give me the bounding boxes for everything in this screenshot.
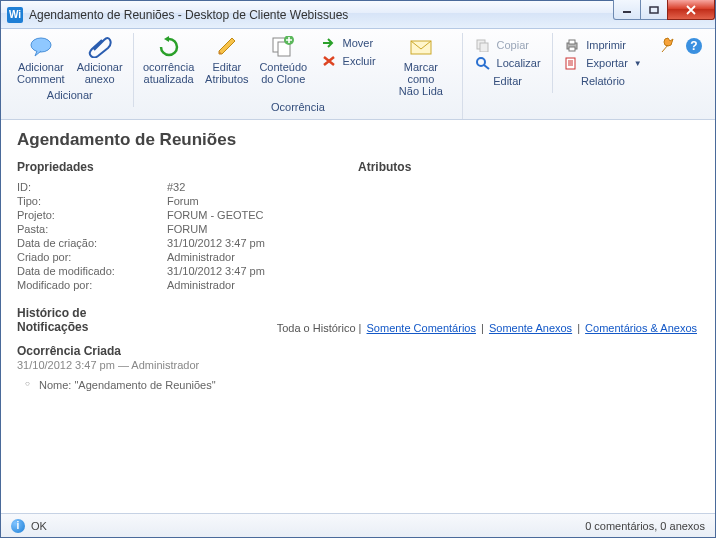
group-label-editar: Editar (467, 73, 548, 91)
attributes-heading: Atributos (358, 160, 699, 174)
print-label: Imprimir (586, 39, 626, 51)
refresh-label-1: ocorrência (143, 61, 194, 73)
svg-rect-1 (650, 7, 658, 13)
printer-icon (564, 38, 580, 52)
toolbar-group-editar: Copiar Localizar Editar (463, 33, 553, 93)
delete-button[interactable]: Excluir (317, 53, 380, 69)
history-event: Ocorrência Criada 31/10/2012 3:47 pm — A… (17, 344, 699, 391)
refresh-icon (157, 35, 181, 59)
move-label: Mover (343, 37, 374, 49)
dropdown-icon: ▼ (634, 59, 642, 68)
add-attachment-label-1: Adicionar (77, 61, 123, 73)
filter-comments-link[interactable]: Somente Comentários (367, 322, 476, 334)
window-controls (614, 0, 715, 20)
history-heading: Histórico de Notificações (17, 306, 88, 334)
svg-point-9 (477, 58, 485, 66)
toolbar-group-adicionar: AdicionarComment Adicionaranexo Adiciona… (7, 33, 134, 107)
toolbar-right: ? (653, 33, 709, 55)
prop-modificado-key: Data de modificado: (17, 265, 167, 277)
export-label: Exportar (586, 57, 628, 69)
pencil-icon (215, 35, 239, 59)
prop-tipo-val: Forum (167, 195, 199, 207)
move-button[interactable]: Mover (317, 35, 380, 51)
find-label: Localizar (497, 57, 541, 69)
envelope-icon (409, 35, 433, 59)
prop-projeto-val: FORUM - GEOTEC (167, 209, 264, 221)
app-window: Wi Agendamento de Reuniões - Desktop de … (0, 0, 716, 538)
clone-icon (271, 35, 295, 59)
add-comment-label-1: Adicionar (18, 61, 64, 73)
edit-attributes-button[interactable]: EditarAtributos (200, 33, 254, 99)
content-area: Agendamento de Reuniões Propriedades ID:… (1, 120, 715, 513)
wrench-icon[interactable] (659, 37, 677, 55)
page-title: Agendamento de Reuniões (17, 130, 699, 150)
export-icon (564, 56, 580, 70)
event-title: Ocorrência Criada (17, 344, 699, 358)
toolbar-group-ocorrencia: ocorrênciaatualizada EditarAtributos Con… (134, 33, 464, 119)
add-attachment-label-2: anexo (85, 73, 115, 85)
clone-label-2: do Clone (261, 73, 305, 85)
prop-criadopor-key: Criado por: (17, 251, 167, 263)
refresh-issue-button[interactable]: ocorrênciaatualizada (138, 33, 200, 99)
filter-attachments-link[interactable]: Somente Anexos (489, 322, 572, 334)
find-button[interactable]: Localizar (471, 55, 545, 71)
maximize-icon (649, 6, 659, 14)
minimize-button[interactable] (613, 0, 641, 20)
toolbar: AdicionarComment Adicionaranexo Adiciona… (1, 29, 715, 120)
add-comment-button[interactable]: AdicionarComment (11, 33, 71, 87)
attributes-section: Atributos (358, 160, 699, 292)
mark-unread-button[interactable]: Marcar comoNão Lida (384, 33, 459, 99)
group-label-relatorio: Relatório (557, 73, 649, 91)
properties-section: Propriedades ID:#32 Tipo:Forum Projeto:F… (17, 160, 358, 292)
copy-label: Copiar (497, 39, 529, 51)
magnifier-icon (475, 56, 491, 70)
close-icon (685, 5, 697, 15)
prop-tipo-key: Tipo: (17, 195, 167, 207)
app-icon: Wi (7, 7, 23, 23)
toolbar-move-delete: Mover Excluir (313, 33, 384, 99)
add-comment-label-2: Comment (17, 73, 65, 85)
paperclip-icon (88, 35, 112, 59)
copy-button[interactable]: Copiar (471, 37, 545, 53)
print-button[interactable]: Imprimir (560, 37, 646, 53)
prop-criacao-key: Data de criação: (17, 237, 167, 249)
prop-modificado-val: 31/10/2012 3:47 pm (167, 265, 265, 277)
prop-pasta-key: Pasta: (17, 223, 167, 235)
svg-text:?: ? (690, 39, 697, 53)
refresh-label-2: atualizada (144, 73, 194, 85)
prop-pasta-val: FORUM (167, 223, 207, 235)
status-counts: 0 comentários, 0 anexos (585, 520, 705, 532)
minimize-icon (622, 6, 632, 14)
clone-label-1: Conteúdo (259, 61, 307, 73)
edit-attr-label-1: Editar (212, 61, 241, 73)
copy-icon (475, 38, 491, 52)
history-filters: Toda o Histórico | Somente Comentários |… (277, 322, 699, 334)
group-label-ocorrencia: Ocorrência (138, 99, 459, 117)
help-icon[interactable]: ? (685, 37, 703, 55)
prop-modificadopor-val: Administrador (167, 279, 235, 291)
event-body: Nome: "Agendamento de Reuniões" (17, 379, 699, 391)
export-button[interactable]: Exportar ▼ (560, 55, 646, 71)
properties-heading: Propriedades (17, 160, 358, 174)
titlebar: Wi Agendamento de Reuniões - Desktop de … (1, 1, 715, 29)
status-ok: OK (31, 520, 47, 532)
info-icon: i (11, 519, 25, 533)
prop-projeto-key: Projeto: (17, 209, 167, 221)
delete-label: Excluir (343, 55, 376, 67)
svg-rect-8 (480, 43, 488, 52)
svg-rect-11 (569, 40, 575, 44)
maximize-button[interactable] (640, 0, 668, 20)
close-button[interactable] (667, 0, 715, 20)
clone-button[interactable]: Conteúdodo Clone (254, 33, 313, 99)
prop-criadopor-val: Administrador (167, 251, 235, 263)
group-label-adicionar: Adicionar (11, 87, 129, 105)
filter-both-link[interactable]: Comentários & Anexos (585, 322, 697, 334)
prop-id-val: #32 (167, 181, 185, 193)
prop-criacao-val: 31/10/2012 3:47 pm (167, 237, 265, 249)
edit-attr-label-2: Atributos (205, 73, 248, 85)
prop-id-key: ID: (17, 181, 167, 193)
prop-modificadopor-key: Modificado por: (17, 279, 167, 291)
event-meta: 31/10/2012 3:47 pm — Administrador (17, 359, 699, 371)
filter-all: Toda o Histórico (277, 322, 356, 334)
add-attachment-button[interactable]: Adicionaranexo (71, 33, 129, 87)
